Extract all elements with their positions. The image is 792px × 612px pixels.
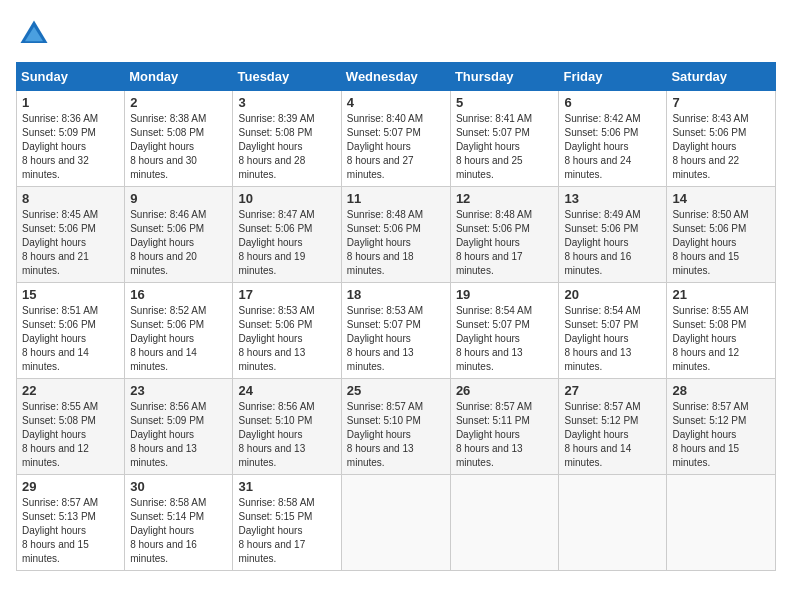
cell-info: Sunrise: 8:52 AM Sunset: 5:06 PM Dayligh… (130, 304, 227, 374)
calendar-cell (450, 475, 559, 571)
day-number: 13 (564, 191, 661, 206)
calendar-cell: 16 Sunrise: 8:52 AM Sunset: 5:06 PM Dayl… (125, 283, 233, 379)
cell-info: Sunrise: 8:38 AM Sunset: 5:08 PM Dayligh… (130, 112, 227, 182)
cell-info: Sunrise: 8:57 AM Sunset: 5:12 PM Dayligh… (672, 400, 770, 470)
calendar-cell (559, 475, 667, 571)
calendar-cell: 6 Sunrise: 8:42 AM Sunset: 5:06 PM Dayli… (559, 91, 667, 187)
calendar-cell: 12 Sunrise: 8:48 AM Sunset: 5:06 PM Dayl… (450, 187, 559, 283)
cell-info: Sunrise: 8:39 AM Sunset: 5:08 PM Dayligh… (238, 112, 335, 182)
day-number: 23 (130, 383, 227, 398)
cell-info: Sunrise: 8:56 AM Sunset: 5:10 PM Dayligh… (238, 400, 335, 470)
day-number: 2 (130, 95, 227, 110)
cell-info: Sunrise: 8:47 AM Sunset: 5:06 PM Dayligh… (238, 208, 335, 278)
cell-info: Sunrise: 8:40 AM Sunset: 5:07 PM Dayligh… (347, 112, 445, 182)
cell-info: Sunrise: 8:55 AM Sunset: 5:08 PM Dayligh… (672, 304, 770, 374)
day-number: 18 (347, 287, 445, 302)
calendar-cell: 20 Sunrise: 8:54 AM Sunset: 5:07 PM Dayl… (559, 283, 667, 379)
day-header-monday: Monday (125, 63, 233, 91)
calendar-cell (667, 475, 776, 571)
day-number: 31 (238, 479, 335, 494)
cell-info: Sunrise: 8:54 AM Sunset: 5:07 PM Dayligh… (456, 304, 554, 374)
calendar-cell: 14 Sunrise: 8:50 AM Sunset: 5:06 PM Dayl… (667, 187, 776, 283)
day-header-thursday: Thursday (450, 63, 559, 91)
calendar-week-row: 8 Sunrise: 8:45 AM Sunset: 5:06 PM Dayli… (17, 187, 776, 283)
page-header (16, 16, 776, 52)
calendar-cell: 9 Sunrise: 8:46 AM Sunset: 5:06 PM Dayli… (125, 187, 233, 283)
cell-info: Sunrise: 8:57 AM Sunset: 5:12 PM Dayligh… (564, 400, 661, 470)
day-number: 25 (347, 383, 445, 398)
day-header-sunday: Sunday (17, 63, 125, 91)
day-number: 14 (672, 191, 770, 206)
calendar-cell: 8 Sunrise: 8:45 AM Sunset: 5:06 PM Dayli… (17, 187, 125, 283)
calendar-week-row: 22 Sunrise: 8:55 AM Sunset: 5:08 PM Dayl… (17, 379, 776, 475)
calendar-cell: 18 Sunrise: 8:53 AM Sunset: 5:07 PM Dayl… (341, 283, 450, 379)
calendar-cell: 5 Sunrise: 8:41 AM Sunset: 5:07 PM Dayli… (450, 91, 559, 187)
calendar-cell: 31 Sunrise: 8:58 AM Sunset: 5:15 PM Dayl… (233, 475, 341, 571)
calendar-cell: 29 Sunrise: 8:57 AM Sunset: 5:13 PM Dayl… (17, 475, 125, 571)
calendar-week-row: 1 Sunrise: 8:36 AM Sunset: 5:09 PM Dayli… (17, 91, 776, 187)
day-header-friday: Friday (559, 63, 667, 91)
day-number: 3 (238, 95, 335, 110)
day-number: 4 (347, 95, 445, 110)
day-number: 9 (130, 191, 227, 206)
logo-icon (16, 16, 52, 52)
cell-info: Sunrise: 8:48 AM Sunset: 5:06 PM Dayligh… (456, 208, 554, 278)
calendar-cell: 23 Sunrise: 8:56 AM Sunset: 5:09 PM Dayl… (125, 379, 233, 475)
day-number: 29 (22, 479, 119, 494)
day-number: 6 (564, 95, 661, 110)
cell-info: Sunrise: 8:43 AM Sunset: 5:06 PM Dayligh… (672, 112, 770, 182)
day-number: 11 (347, 191, 445, 206)
cell-info: Sunrise: 8:41 AM Sunset: 5:07 PM Dayligh… (456, 112, 554, 182)
cell-info: Sunrise: 8:57 AM Sunset: 5:10 PM Dayligh… (347, 400, 445, 470)
calendar-week-row: 15 Sunrise: 8:51 AM Sunset: 5:06 PM Dayl… (17, 283, 776, 379)
calendar-cell: 22 Sunrise: 8:55 AM Sunset: 5:08 PM Dayl… (17, 379, 125, 475)
cell-info: Sunrise: 8:51 AM Sunset: 5:06 PM Dayligh… (22, 304, 119, 374)
calendar-cell: 27 Sunrise: 8:57 AM Sunset: 5:12 PM Dayl… (559, 379, 667, 475)
calendar-cell: 21 Sunrise: 8:55 AM Sunset: 5:08 PM Dayl… (667, 283, 776, 379)
day-header-tuesday: Tuesday (233, 63, 341, 91)
day-number: 17 (238, 287, 335, 302)
day-number: 8 (22, 191, 119, 206)
day-number: 7 (672, 95, 770, 110)
cell-info: Sunrise: 8:54 AM Sunset: 5:07 PM Dayligh… (564, 304, 661, 374)
calendar-cell: 1 Sunrise: 8:36 AM Sunset: 5:09 PM Dayli… (17, 91, 125, 187)
calendar-cell: 11 Sunrise: 8:48 AM Sunset: 5:06 PM Dayl… (341, 187, 450, 283)
calendar-cell: 30 Sunrise: 8:58 AM Sunset: 5:14 PM Dayl… (125, 475, 233, 571)
calendar-cell: 25 Sunrise: 8:57 AM Sunset: 5:10 PM Dayl… (341, 379, 450, 475)
day-number: 27 (564, 383, 661, 398)
calendar-cell: 13 Sunrise: 8:49 AM Sunset: 5:06 PM Dayl… (559, 187, 667, 283)
day-number: 22 (22, 383, 119, 398)
cell-info: Sunrise: 8:48 AM Sunset: 5:06 PM Dayligh… (347, 208, 445, 278)
calendar-cell: 26 Sunrise: 8:57 AM Sunset: 5:11 PM Dayl… (450, 379, 559, 475)
cell-info: Sunrise: 8:57 AM Sunset: 5:13 PM Dayligh… (22, 496, 119, 566)
day-number: 24 (238, 383, 335, 398)
day-number: 5 (456, 95, 554, 110)
cell-info: Sunrise: 8:58 AM Sunset: 5:15 PM Dayligh… (238, 496, 335, 566)
cell-info: Sunrise: 8:45 AM Sunset: 5:06 PM Dayligh… (22, 208, 119, 278)
day-number: 30 (130, 479, 227, 494)
day-number: 16 (130, 287, 227, 302)
cell-info: Sunrise: 8:56 AM Sunset: 5:09 PM Dayligh… (130, 400, 227, 470)
cell-info: Sunrise: 8:36 AM Sunset: 5:09 PM Dayligh… (22, 112, 119, 182)
day-number: 26 (456, 383, 554, 398)
cell-info: Sunrise: 8:50 AM Sunset: 5:06 PM Dayligh… (672, 208, 770, 278)
cell-info: Sunrise: 8:58 AM Sunset: 5:14 PM Dayligh… (130, 496, 227, 566)
day-number: 28 (672, 383, 770, 398)
day-header-saturday: Saturday (667, 63, 776, 91)
day-number: 19 (456, 287, 554, 302)
calendar-cell: 4 Sunrise: 8:40 AM Sunset: 5:07 PM Dayli… (341, 91, 450, 187)
cell-info: Sunrise: 8:53 AM Sunset: 5:06 PM Dayligh… (238, 304, 335, 374)
logo (16, 16, 56, 52)
cell-info: Sunrise: 8:57 AM Sunset: 5:11 PM Dayligh… (456, 400, 554, 470)
calendar-cell: 15 Sunrise: 8:51 AM Sunset: 5:06 PM Dayl… (17, 283, 125, 379)
calendar-cell: 3 Sunrise: 8:39 AM Sunset: 5:08 PM Dayli… (233, 91, 341, 187)
day-number: 12 (456, 191, 554, 206)
day-number: 21 (672, 287, 770, 302)
calendar-cell: 10 Sunrise: 8:47 AM Sunset: 5:06 PM Dayl… (233, 187, 341, 283)
calendar-cell: 17 Sunrise: 8:53 AM Sunset: 5:06 PM Dayl… (233, 283, 341, 379)
cell-info: Sunrise: 8:53 AM Sunset: 5:07 PM Dayligh… (347, 304, 445, 374)
calendar-cell (341, 475, 450, 571)
calendar-table: SundayMondayTuesdayWednesdayThursdayFrid… (16, 62, 776, 571)
calendar-week-row: 29 Sunrise: 8:57 AM Sunset: 5:13 PM Dayl… (17, 475, 776, 571)
cell-info: Sunrise: 8:55 AM Sunset: 5:08 PM Dayligh… (22, 400, 119, 470)
